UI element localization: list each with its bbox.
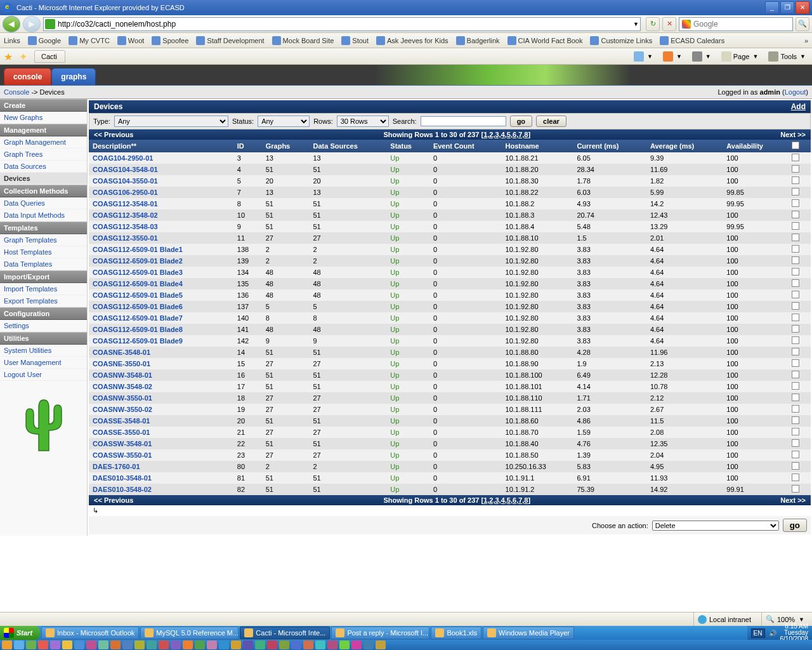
- device-link[interactable]: COASG112-6509-01 Blade3: [93, 269, 183, 276]
- quick-launch-icon[interactable]: [62, 640, 72, 649]
- taskbar-item[interactable]: MySQL 5.0 Reference M...: [140, 627, 239, 639]
- quick-launch-icon[interactable]: [339, 640, 350, 649]
- column-header[interactable]: Event Count: [429, 140, 502, 152]
- row-checkbox[interactable]: [792, 256, 799, 264]
- quick-launch-icon[interactable]: [147, 640, 157, 649]
- device-link[interactable]: COASSW-3550-01: [93, 451, 152, 459]
- action-go-button[interactable]: go: [783, 519, 807, 532]
- sidebar-item[interactable]: Devices: [0, 173, 87, 185]
- row-checkbox[interactable]: [792, 451, 799, 458]
- taskbar-item[interactable]: Windows Media Player: [483, 627, 574, 639]
- row-checkbox[interactable]: [792, 154, 799, 161]
- device-link[interactable]: COASNW-3550-02: [93, 406, 152, 413]
- search-field[interactable]: [421, 116, 506, 126]
- row-checkbox[interactable]: [792, 245, 799, 253]
- lang-indicator[interactable]: EN: [751, 628, 765, 638]
- feeds-button[interactable]: ▼: [660, 50, 684, 63]
- add-favorite-icon[interactable]: ★: [4, 51, 15, 62]
- bookmark-link[interactable]: Mock Board Site: [272, 36, 334, 45]
- device-link[interactable]: COASG104-3550-01: [93, 177, 158, 185]
- device-link[interactable]: COASG112-3548-02: [93, 211, 158, 219]
- device-link[interactable]: DAES010-3548-01: [93, 474, 152, 482]
- quick-launch-icon[interactable]: [303, 640, 313, 649]
- quick-launch-icon[interactable]: [122, 640, 133, 649]
- row-checkbox[interactable]: [792, 394, 799, 401]
- row-checkbox[interactable]: [792, 428, 799, 435]
- device-link[interactable]: COASG112-6509-01 Blade6: [93, 303, 183, 310]
- bookmark-link[interactable]: Badgerlink: [456, 36, 500, 45]
- quick-launch-icon[interactable]: [207, 640, 217, 649]
- clear-button[interactable]: clear: [536, 116, 566, 127]
- add-link[interactable]: Add: [791, 102, 806, 111]
- column-header[interactable]: Average (ms): [646, 140, 723, 152]
- quick-launch-icon[interactable]: [171, 640, 181, 649]
- bookmark-link[interactable]: Google: [28, 36, 61, 45]
- quick-launch-icon[interactable]: [291, 640, 301, 649]
- row-checkbox[interactable]: [792, 222, 799, 230]
- row-checkbox[interactable]: [792, 439, 799, 447]
- device-link[interactable]: DAES010-3548-02: [93, 486, 152, 493]
- quick-launch-icon[interactable]: [327, 640, 337, 649]
- row-checkbox[interactable]: [792, 199, 799, 207]
- quick-launch-icon[interactable]: [183, 640, 193, 649]
- sidebar-item[interactable]: New Graphs: [0, 112, 87, 124]
- column-header[interactable]: Availability: [723, 140, 788, 152]
- quick-launch-icon[interactable]: [315, 640, 325, 649]
- quick-launch-icon[interactable]: [231, 640, 241, 649]
- url-input[interactable]: [58, 20, 629, 29]
- sidebar-item[interactable]: Export Templates: [0, 295, 87, 307]
- device-link[interactable]: COASNW-3548-02: [93, 383, 152, 390]
- links-overflow-icon[interactable]: »: [804, 37, 808, 44]
- row-checkbox[interactable]: [792, 336, 799, 344]
- type-select[interactable]: Any: [114, 116, 228, 127]
- device-link[interactable]: COASNW-3550-01: [93, 394, 152, 402]
- stop-button[interactable]: ✕: [662, 17, 676, 31]
- browser-tab[interactable]: Cacti: [34, 50, 65, 63]
- row-checkbox[interactable]: [792, 462, 799, 470]
- quick-launch-icon[interactable]: [255, 640, 265, 649]
- bookmark-link[interactable]: Customize Links: [590, 36, 652, 45]
- select-all-header[interactable]: [788, 140, 811, 152]
- action-select[interactable]: Delete: [652, 521, 779, 531]
- bookmark-link[interactable]: My CVTC: [69, 36, 110, 45]
- quick-launch-icon[interactable]: [195, 640, 205, 649]
- quick-launch-icon[interactable]: [219, 640, 229, 649]
- quick-launch-icon[interactable]: [74, 640, 84, 649]
- quick-launch-icon[interactable]: [26, 640, 36, 649]
- device-link[interactable]: COASG112-3548-03: [93, 223, 158, 230]
- page-menu[interactable]: Page▼: [719, 50, 761, 63]
- bookmark-link[interactable]: ECASD Caledars: [660, 36, 724, 45]
- bookmark-link[interactable]: Spoofee: [152, 36, 188, 45]
- quick-launch-icon[interactable]: [243, 640, 253, 649]
- prev-link[interactable]: << Previous: [94, 131, 133, 138]
- row-checkbox[interactable]: [792, 188, 799, 196]
- sidebar-item[interactable]: Settings: [0, 320, 87, 332]
- column-header[interactable]: Hostname: [502, 140, 573, 152]
- sidebar-item[interactable]: System Utilities: [0, 345, 87, 357]
- logout-link[interactable]: Logout: [785, 88, 806, 96]
- sidebar-item[interactable]: Graph Templates: [0, 234, 87, 246]
- row-checkbox[interactable]: [792, 485, 799, 493]
- sidebar-item[interactable]: Graph Trees: [0, 149, 87, 161]
- refresh-button[interactable]: ↻: [646, 17, 660, 31]
- quick-launch-icon[interactable]: [50, 640, 60, 649]
- search-input[interactable]: [693, 20, 790, 29]
- device-link[interactable]: COASG112-6509-01 Blade8: [93, 326, 183, 333]
- favorites-icon[interactable]: ✦: [19, 51, 30, 62]
- device-link[interactable]: COASG112-3550-01: [93, 234, 158, 242]
- sidebar-item[interactable]: Data Templates: [0, 258, 87, 270]
- address-bar[interactable]: ▼: [43, 17, 641, 31]
- breadcrumb-root[interactable]: Console: [4, 88, 29, 96]
- quick-launch-icon[interactable]: [110, 640, 121, 649]
- quick-launch-icon[interactable]: [86, 640, 96, 649]
- device-link[interactable]: COASG104-3548-01: [93, 166, 158, 173]
- prev-link[interactable]: << Previous: [94, 496, 133, 504]
- url-dropdown-icon[interactable]: ▼: [632, 21, 639, 27]
- home-button[interactable]: ▼: [631, 50, 655, 63]
- device-link[interactable]: COASG112-6509-01 Blade4: [93, 280, 183, 288]
- row-checkbox[interactable]: [792, 211, 799, 218]
- row-checkbox[interactable]: [792, 405, 799, 413]
- bookmark-link[interactable]: Stout: [341, 36, 369, 45]
- device-link[interactable]: COASG112-6509-01 Blade2: [93, 257, 183, 265]
- sidebar-item[interactable]: Data Queries: [0, 197, 87, 209]
